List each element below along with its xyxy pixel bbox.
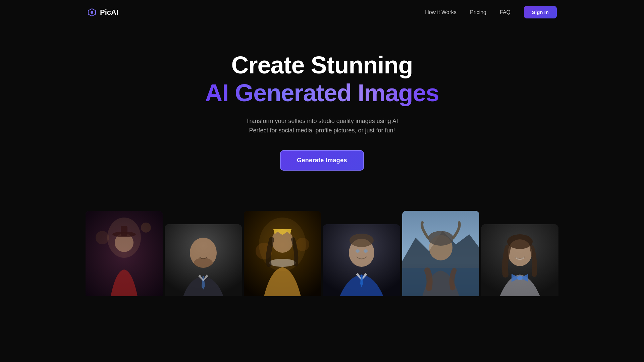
gallery-section	[0, 211, 644, 296]
svg-point-21	[364, 249, 368, 253]
svg-point-16	[269, 259, 296, 267]
hero-title: Create Stunning AI Generated Images	[205, 51, 439, 107]
gallery-image-5	[402, 211, 479, 296]
gallery-item-1	[86, 211, 163, 296]
svg-point-14	[296, 238, 309, 251]
svg-point-10	[194, 258, 213, 268]
gallery-image-3	[244, 211, 321, 296]
nav-faq[interactable]: FAQ	[500, 9, 511, 15]
svg-point-19	[350, 234, 374, 247]
gallery-image-6	[481, 224, 558, 296]
gallery-image-2	[165, 224, 242, 296]
gallery-item-4	[323, 224, 400, 296]
sign-in-button[interactable]: Sign In	[524, 6, 557, 18]
gallery-image-1	[86, 211, 163, 296]
svg-point-29	[517, 276, 523, 280]
svg-point-7	[96, 231, 109, 244]
logo[interactable]: PicAI	[87, 8, 118, 17]
gallery-item-5	[402, 211, 479, 296]
hero-subtitle-line1: Transform your selfies into studio quali…	[246, 118, 398, 124]
svg-point-28	[507, 234, 533, 249]
logo-icon	[87, 8, 97, 17]
navbar: PicAI How it Works Pricing FAQ Sign In	[0, 0, 644, 24]
gallery-item-6	[481, 224, 558, 296]
logo-label: PicAI	[100, 8, 118, 17]
hero-title-line2: AI Generated Images	[205, 79, 439, 106]
gallery-item-2	[165, 224, 242, 296]
hero-subtitle: Transform your selfies into studio quali…	[246, 116, 398, 136]
svg-point-20	[356, 249, 360, 253]
svg-rect-5	[121, 226, 127, 236]
hero-title-line1: Create Stunning	[231, 52, 413, 78]
gallery-item-3	[244, 211, 321, 296]
hero-section: Create Stunning AI Generated Images Tran…	[0, 24, 644, 191]
nav-links: How it Works Pricing FAQ Sign In	[425, 6, 557, 18]
svg-point-6	[141, 223, 151, 233]
nav-pricing[interactable]: Pricing	[470, 9, 486, 15]
generate-images-button[interactable]: Generate Images	[280, 150, 364, 171]
svg-point-25	[428, 231, 453, 246]
svg-point-0	[91, 11, 93, 14]
nav-how-it-works[interactable]: How it Works	[425, 9, 457, 15]
gallery-image-4	[323, 224, 400, 296]
hero-subtitle-line2: Perfect for social media, profile pictur…	[249, 127, 395, 134]
